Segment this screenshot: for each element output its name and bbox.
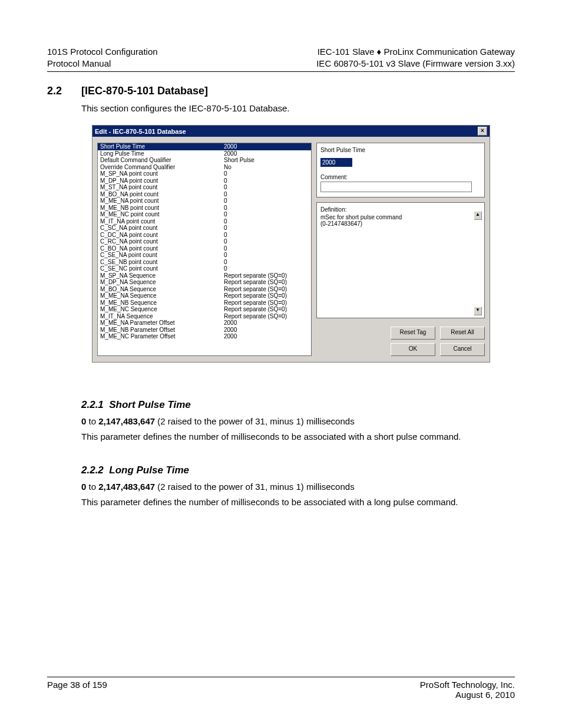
sub2-range-tail: (2 raised to the power of 31, minus 1) m… [155,482,355,492]
list-item[interactable]: M_SP_NA point count0 [98,170,311,177]
param-name: M_ME_NB point count [100,205,224,212]
param-name: M_ME_NB Sequence [100,299,224,307]
list-item[interactable]: M_IT_NA SequenceReport separate (SQ=0) [98,313,311,320]
page-footer: Page 38 of 159 ProSoft Technology, Inc. … [47,680,515,700]
param-name: M_ME_NA Parameter Offset [100,319,224,327]
list-item[interactable]: M_ST_NA point count0 [98,184,311,191]
list-item[interactable]: M_DP_NA point count0 [98,177,311,185]
param-name: M_DP_NA point count [100,177,224,185]
sub2-range-a: 0 [81,482,86,492]
list-item[interactable]: M_SP_NA SequenceReport separate (SQ=0) [98,272,311,279]
list-item[interactable]: C_SE_NB point count0 [98,259,311,266]
param-name: Default Command Qualifier [100,157,224,164]
param-value: 0 [224,211,227,218]
list-item[interactable]: Override Command QualifierNo [98,164,311,171]
param-name: M_ME_NA point count [100,197,224,205]
param-value: 2000 [224,150,237,157]
list-item[interactable]: M_ME_NA Parameter Offset2000 [98,319,311,327]
list-item[interactable]: C_BO_NA point count0 [98,245,311,252]
comment-input[interactable] [320,182,472,192]
list-item[interactable]: M_ME_NC SequenceReport separate (SQ=0) [98,306,311,313]
param-value: Report separate (SQ=0) [224,272,287,279]
param-name: M_ME_NC Parameter Offset [100,333,224,340]
header-left-1: 101S Protocol Configuration [47,46,158,58]
list-item[interactable]: M_ME_NB Parameter Offset2000 [98,327,311,334]
reset-tag-button[interactable]: Reset Tag [391,327,435,340]
list-item[interactable]: Short Pulse Time2000 [98,143,311,150]
list-item[interactable]: M_ME_NA point count0 [98,197,311,205]
param-value: Short Pulse [224,157,254,164]
param-value: 0 [224,177,227,185]
page: 101S Protocol Configuration Protocol Man… [0,0,562,728]
dialog-screenshot: Edit - IEC-870-5-101 Database × Short Pu… [92,125,490,363]
list-item[interactable]: C_SC_NA point count0 [98,225,311,232]
sub1-range-tail: (2 raised to the power of 31, minus 1) m… [155,416,355,426]
footer-rule [47,677,515,677]
param-name: M_ME_NC Sequence [100,306,224,313]
comment-label: Comment: [320,174,481,180]
list-item[interactable]: M_ME_NA SequenceReport separate (SQ=0) [98,292,311,299]
close-icon[interactable]: × [478,127,487,136]
list-item[interactable]: M_ME_NB point count0 [98,205,311,212]
definition-label: Definition: [320,206,481,213]
list-item[interactable]: M_DP_NA SequenceReport separate (SQ=0) [98,279,311,286]
list-item[interactable]: C_SE_NC point count0 [98,265,311,272]
param-name: M_BO_NA Sequence [100,286,224,293]
field-value-input[interactable]: 2000 [320,158,352,167]
reset-all-button[interactable]: Reset All [440,327,485,340]
sub2-body: This parameter defines the number of mil… [81,496,505,508]
list-item[interactable]: Default Command QualifierShort Pulse [98,157,311,164]
footer-right-1: ProSoft Technology, Inc. [420,680,515,690]
list-item[interactable]: M_BO_NA point count0 [98,191,311,198]
cancel-button[interactable]: Cancel [440,343,485,356]
param-value: Report separate (SQ=0) [224,279,287,286]
parameter-list[interactable]: Short Pulse Time2000Long Pulse Time2000D… [97,143,312,356]
param-name: M_DP_NA Sequence [100,279,224,286]
list-item[interactable]: Long Pulse Time2000 [98,150,311,157]
dialog-titlebar[interactable]: Edit - IEC-870-5-101 Database × [92,126,490,137]
param-value: 0 [224,232,227,239]
param-value: Report separate (SQ=0) [224,292,287,299]
scroll-down-icon[interactable]: ▼ [474,307,482,315]
param-name: Short Pulse Time [100,143,224,150]
param-value: 0 [224,245,227,252]
list-item[interactable]: C_SE_NA point count0 [98,252,311,259]
param-name: M_BO_NA point count [100,191,224,198]
param-name: M_SP_NA point count [100,170,224,177]
list-item[interactable]: C_RC_NA point count0 [98,238,311,245]
sub2-num: 2.2.2 [81,465,104,476]
scroll-up-icon[interactable]: ▲ [474,211,482,220]
param-name: M_ME_NB Parameter Offset [100,327,224,334]
list-item[interactable]: M_BO_NA SequenceReport separate (SQ=0) [98,286,311,293]
param-name: C_BO_NA point count [100,245,224,252]
section-heading: 2.2 [IEC-870-5-101 Database] [47,85,515,97]
param-value: 2000 [224,327,237,334]
list-item[interactable]: M_ME_NC Parameter Offset2000 [98,333,311,340]
param-name: C_DC_NA point count [100,232,224,239]
param-value: 2000 [224,333,237,340]
param-name: M_SP_NA Sequence [100,272,224,279]
header-right-1: IEC-101 Slave ♦ ProLinx Communication Ga… [316,46,515,58]
param-value: Report separate (SQ=0) [224,306,287,313]
sub1-range-a: 0 [81,416,86,426]
sub1-body: This parameter defines the number of mil… [81,431,505,443]
footer-left: Page 38 of 159 [47,680,107,700]
param-value: 0 [224,170,227,177]
dialog-title-text: Edit - IEC-870-5-101 Database [95,128,186,135]
subsection-2-2-1: 2.2.1 Short Pulse Time 0 to 2,147,483,64… [81,399,515,443]
section-number: 2.2 [47,85,81,97]
param-name: Long Pulse Time [100,150,224,157]
param-value: 0 [224,259,227,266]
list-item[interactable]: M_ME_NB SequenceReport separate (SQ=0) [98,299,311,307]
sub1-num: 2.2.1 [81,399,104,410]
param-value: 0 [224,205,227,212]
list-item[interactable]: C_DC_NA point count0 [98,232,311,239]
param-value: 0 [224,252,227,259]
definition-text-2: (0-2147483647) [320,220,481,227]
ok-button[interactable]: OK [391,343,435,356]
param-value: 2000 [224,319,237,327]
header-rule [47,71,515,72]
list-item[interactable]: M_ME_NC point count0 [98,211,311,218]
list-item[interactable]: M_IT_NA point count0 [98,218,311,225]
param-value: 0 [224,218,227,225]
